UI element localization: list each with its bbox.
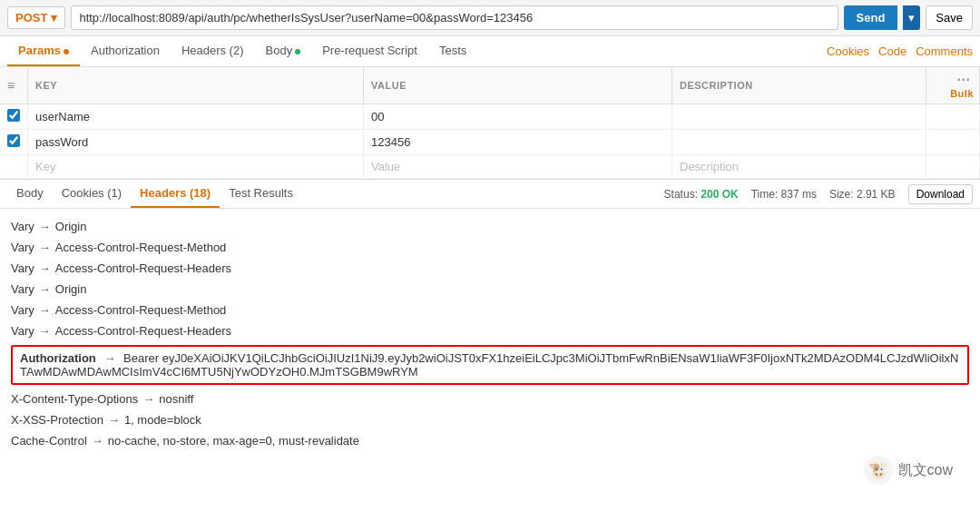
tab-body[interactable]: Body (255, 36, 312, 66)
row2-desc[interactable] (672, 130, 926, 155)
header-key: Vary (11, 241, 34, 254)
list-item: X-XSS-Protection → 1, mode=block (11, 409, 969, 430)
header-value: Access-Control-Request-Headers (55, 324, 231, 338)
watermark-text: 凯文cow (898, 461, 953, 480)
header-key: X-XSS-Protection (11, 413, 103, 427)
th-description: DESCRIPTION (672, 67, 926, 104)
arrow-icon: → (39, 324, 51, 338)
method-dropdown-icon: ▾ (51, 11, 57, 25)
bulk-label[interactable]: Bulk (950, 88, 974, 99)
request-tab-bar: Params Authorization Headers (2) Body Pr… (0, 36, 980, 67)
header-value: Access-Control-Request-Method (55, 303, 227, 317)
send-dropdown-button[interactable]: ▾ (903, 5, 920, 30)
arrow-icon: → (39, 220, 51, 233)
tab-tests[interactable]: Tests (428, 36, 477, 66)
download-button[interactable]: Download (908, 184, 973, 204)
status-value: 200 OK (701, 188, 738, 201)
tab-headers[interactable]: Headers (2) (171, 36, 255, 66)
tab-headers-response[interactable]: Headers (18) (131, 180, 220, 208)
right-actions: Cookies Code Comments (827, 44, 973, 58)
header-value: Access-Control-Request-Headers (55, 261, 231, 275)
list-item: Vary → Access-Control-Request-Headers (11, 320, 969, 341)
authorization-row: Authorization → Bearer eyJ0eXAiOiJKV1QiL… (11, 345, 969, 385)
send-button[interactable]: Send (844, 5, 898, 30)
watermark-icon: 🐮 (864, 456, 893, 485)
arrow-icon: → (39, 303, 51, 317)
status-bar: Status: 200 OK Time: 837 ms Size: 2.91 K… (664, 184, 973, 204)
table-row: userName 00 (0, 104, 980, 130)
list-item: Vary → Origin (11, 216, 969, 237)
row1-action (926, 104, 980, 130)
header-value: no-cache, no-store, max-age=0, must-reva… (108, 434, 359, 448)
th-check: ≡ (0, 67, 28, 104)
method-selector[interactable]: POST ▾ (7, 6, 65, 29)
placeholder-key[interactable]: Key (28, 155, 364, 179)
params-table: ≡ KEY VALUE DESCRIPTION ··· Bulk userNam… (0, 67, 980, 179)
header-key: Vary (11, 324, 34, 338)
row2-checkbox[interactable] (7, 134, 20, 147)
arrow-icon: → (142, 392, 154, 406)
tab-body-response[interactable]: Body (7, 180, 53, 208)
watermark: 🐮 凯文cow (864, 456, 953, 485)
tab-params[interactable]: Params (7, 36, 80, 66)
cookies-link[interactable]: Cookies (827, 44, 869, 58)
top-bar: POST ▾ Send ▾ Save (0, 0, 980, 36)
row1-value[interactable]: 00 (364, 104, 672, 130)
headers-list: Vary → Origin Vary → Access-Control-Requ… (0, 209, 980, 508)
header-key: Vary (11, 220, 34, 233)
header-key: Vary (11, 303, 34, 317)
list-item: X-Content-Type-Options → nosniff (11, 389, 969, 409)
arrow-icon: → (39, 241, 51, 254)
tab-authorization[interactable]: Authorization (80, 36, 171, 66)
arrow-icon: → (103, 351, 115, 365)
header-value: Origin (55, 220, 87, 233)
auth-key: Authorization (20, 351, 96, 365)
list-item: Vary → Access-Control-Request-Headers (11, 258, 969, 279)
header-key: X-Content-Type-Options (11, 392, 138, 406)
status-label: Status: 200 OK (664, 188, 739, 201)
row2-key[interactable]: passWord (28, 130, 364, 155)
header-value: Access-Control-Request-Method (55, 241, 227, 254)
list-item: Vary → Access-Control-Request-Method (11, 300, 969, 320)
row1-checkbox[interactable] (7, 109, 20, 122)
th-value: VALUE (364, 67, 672, 104)
header-key: Cache-Control (11, 434, 87, 448)
row1-desc[interactable] (672, 104, 926, 130)
auth-value: Bearer eyJ0eXAiOiJKV1QiLCJhbGciOiJIUzI1N… (20, 351, 958, 379)
placeholder-row: Key Value Description (0, 155, 980, 179)
size-label: Size: 2.91 KB (829, 188, 896, 201)
header-key: Vary (11, 261, 34, 275)
tab-prerequest[interactable]: Pre-request Script (311, 36, 428, 66)
body-dot (295, 49, 300, 54)
size-value: 2.91 KB (857, 188, 896, 201)
row2-value[interactable]: 123456 (364, 130, 672, 155)
code-link[interactable]: Code (878, 44, 906, 58)
row1-check-cell (0, 104, 28, 130)
table-row: passWord 123456 (0, 130, 980, 155)
arrow-icon: → (108, 413, 120, 427)
tab-cookies-response[interactable]: Cookies (1) (53, 180, 131, 208)
arrow-icon: → (39, 282, 51, 296)
comments-link[interactable]: Comments (916, 44, 973, 58)
list-item: Vary → Access-Control-Request-Method (11, 237, 969, 258)
row2-check-cell (0, 130, 28, 155)
filter-icon: ≡ (7, 78, 15, 93)
placeholder-value[interactable]: Value (364, 155, 672, 179)
header-value: nosniff (159, 392, 193, 406)
placeholder-check (0, 155, 28, 179)
row1-key[interactable]: userName (28, 104, 364, 130)
params-dot (64, 49, 69, 54)
th-actions: ··· Bulk (926, 67, 980, 104)
response-tab-bar: Body Cookies (1) Headers (18) Test Resul… (0, 180, 980, 209)
bottom-section: Body Cookies (1) Headers (18) Test Resul… (0, 180, 980, 508)
url-input[interactable] (71, 5, 838, 30)
header-value: 1, mode=block (124, 413, 201, 427)
arrow-icon: → (39, 261, 51, 275)
method-label: POST (15, 11, 47, 25)
list-item: Vary → Origin (11, 279, 969, 300)
placeholder-desc[interactable]: Description (672, 155, 926, 179)
dots-icon[interactable]: ··· (957, 72, 971, 87)
arrow-icon: → (92, 434, 103, 448)
save-button[interactable]: Save (926, 5, 973, 30)
tab-test-results[interactable]: Test Results (220, 180, 302, 208)
